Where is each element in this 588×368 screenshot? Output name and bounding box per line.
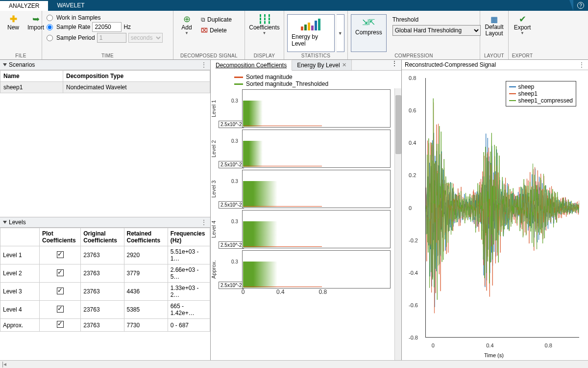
checkbox[interactable] bbox=[57, 321, 64, 328]
legend-swatch bbox=[234, 83, 243, 85]
import-icon: ➥ bbox=[31, 14, 41, 24]
time-options: Work in Samples Sample Rate Hz Sample Pe… bbox=[45, 12, 163, 43]
plot-legend: sheepsheep1sheep1_compressed bbox=[506, 81, 576, 106]
export-label: Export bbox=[514, 24, 531, 31]
app-tab-strip: ANALYZER WAVELET ? bbox=[0, 0, 588, 11]
tab-analyzer[interactable]: ANALYZER bbox=[0, 0, 48, 11]
add-label: Add bbox=[181, 24, 192, 31]
energy-label: Energy by Level bbox=[292, 33, 330, 47]
col-freq[interactable]: Frequencies (Hz) bbox=[168, 228, 210, 246]
scrollbar[interactable] bbox=[394, 88, 401, 360]
new-label: New bbox=[7, 24, 19, 31]
level-label: Level 3 bbox=[211, 170, 218, 208]
scenarios-table[interactable]: NameDecomposition Type sheep1Nondecimate… bbox=[0, 70, 210, 93]
opt-sample-rate[interactable]: Sample Rate Hz bbox=[45, 22, 163, 32]
svg-rect-3 bbox=[311, 26, 314, 30]
svg-rect-1 bbox=[304, 25, 307, 30]
new-button[interactable]: ✚ New bbox=[3, 12, 24, 33]
threshold-badge: 2.5x10^-2 bbox=[219, 161, 244, 168]
layout-label: Default Layout bbox=[485, 24, 503, 37]
col-decomp-type[interactable]: Decomposition Type bbox=[63, 71, 210, 82]
legend-swatch bbox=[509, 100, 516, 101]
waveform bbox=[426, 78, 579, 337]
export-button[interactable]: ✔ Export ▼ bbox=[512, 12, 533, 37]
group-stats-label: STATISTICS bbox=[287, 52, 344, 59]
opt-work-samples-label: Work in Samples bbox=[56, 14, 100, 21]
panel-menu-icon[interactable]: ⋮ bbox=[201, 219, 207, 226]
table-row[interactable]: Level 1 2376329205.51e+03 - 1… bbox=[0, 246, 210, 264]
rewind-icon[interactable]: |◂ bbox=[2, 361, 6, 368]
mini-chart[interactable]: Level 3 0.3 2.5x10^-2 bbox=[211, 169, 394, 209]
mini-chart[interactable]: Level 1 0.3 2.5x10^-2 bbox=[211, 88, 394, 129]
right-title: Reconstructed-Compressed Signal bbox=[405, 61, 496, 68]
col-name[interactable]: Name bbox=[0, 71, 63, 82]
legend2-label: Sorted magnitude_Thresholded bbox=[246, 80, 328, 87]
add-button[interactable]: ⊕ Add ▼ bbox=[176, 12, 197, 37]
delete-icon: ⌧ bbox=[201, 27, 208, 34]
col-orig[interactable]: Original Coefficients bbox=[81, 228, 124, 246]
threshold-badge: 2.5x10^-2 bbox=[219, 201, 244, 209]
threshold-select[interactable]: Global Hard Thresholding bbox=[392, 25, 481, 36]
threshold-badge: 2.5x10^-2 bbox=[219, 241, 244, 249]
mini-chart[interactable]: Approx. 0.3 2.5x10^-2 00.40.8 bbox=[211, 249, 394, 289]
delete-button[interactable]: ⌧Delete bbox=[199, 26, 234, 35]
collapse-icon[interactable] bbox=[3, 63, 7, 66]
duplicate-button[interactable]: ⧉Duplicate bbox=[199, 15, 234, 24]
table-row[interactable]: sheep1Nondecimated Wavelet bbox=[0, 82, 210, 93]
checkbox[interactable] bbox=[57, 288, 64, 294]
table-row[interactable]: Level 3 2376344361.33e+03 - 2… bbox=[0, 283, 210, 301]
coefficients-button[interactable]: ┇┇┇ Coefficients ▼ bbox=[248, 12, 281, 37]
coeff-charts-scroll[interactable]: Level 1 0.3 2.5x10^-2 Level 2 0.3 2.5x10… bbox=[211, 88, 401, 360]
table-row[interactable]: Level 4 237635385665 - 1.42e+… bbox=[0, 301, 210, 319]
checkbox[interactable] bbox=[57, 269, 64, 276]
opt-sample-period[interactable]: Sample Period seconds bbox=[45, 33, 163, 43]
tab-wavelet[interactable]: WAVELET bbox=[48, 0, 93, 11]
svg-rect-0 bbox=[301, 26, 303, 30]
bar-chart-icon bbox=[300, 18, 321, 31]
tab-decomp-coeff[interactable]: Decomposition Coefficients bbox=[211, 60, 292, 71]
panel-menu-icon[interactable]: ⋮ bbox=[201, 61, 207, 68]
checkbox[interactable] bbox=[57, 251, 64, 258]
mid-legend: Sorted magnitude Sorted magnitude_Thresh… bbox=[211, 71, 401, 88]
checkbox[interactable] bbox=[57, 306, 64, 313]
reconstructed-signal-plot[interactable]: sheepsheep1sheep1_compressed 0.80.60.40.… bbox=[405, 75, 583, 351]
chevron-down-icon: ▼ bbox=[185, 31, 189, 35]
collapse-icon[interactable] bbox=[3, 221, 7, 224]
energy-dropdown[interactable]: ▼ bbox=[337, 14, 345, 52]
sample-rate-field[interactable] bbox=[92, 22, 122, 32]
chevron-down-icon: ▼ bbox=[338, 31, 343, 36]
sample-period-field bbox=[97, 33, 126, 43]
levels-table[interactable]: Plot Coefficients Original Coefficients … bbox=[0, 228, 210, 332]
group-time-label: TIME bbox=[45, 52, 170, 59]
col-plot[interactable]: Plot Coefficients bbox=[40, 228, 81, 246]
coefficients-icon: ┇┇┇ bbox=[260, 14, 270, 24]
table-row[interactable]: Level 2 2376337792.66e+03 - 5… bbox=[0, 264, 210, 283]
layout-icon: ▦ bbox=[490, 14, 499, 24]
group-compression-label: COMPRESSION bbox=[351, 52, 477, 59]
scrollbar-thumb[interactable] bbox=[395, 95, 401, 154]
chevron-down-icon: ▼ bbox=[263, 31, 267, 35]
panel-menu-icon[interactable]: ⋮ bbox=[579, 61, 585, 68]
table-row[interactable]: Approx. 2376377300 - 687 bbox=[0, 319, 210, 332]
import-label: Import bbox=[27, 24, 44, 31]
default-layout-button[interactable]: ▦ Default Layout bbox=[483, 12, 505, 39]
help-button[interactable]: ? bbox=[573, 0, 588, 11]
panel-menu-icon[interactable]: ⋮ bbox=[388, 60, 401, 70]
right-panel-header: Reconstructed-Compressed Signal ⋮ bbox=[402, 60, 588, 70]
rate-unit-label: Hz bbox=[123, 24, 131, 30]
tab-energy-by-level[interactable]: Energy By Level✕ bbox=[292, 60, 351, 70]
threshold-label: Threshold bbox=[392, 16, 481, 23]
energy-by-level-button[interactable]: Energy by Level bbox=[287, 14, 335, 52]
mini-chart[interactable]: Level 2 0.3 2.5x10^-2 bbox=[211, 129, 394, 169]
close-icon[interactable]: ✕ bbox=[342, 62, 346, 68]
threshold-badge: 2.5x10^-2 bbox=[219, 282, 244, 289]
svg-rect-5 bbox=[318, 19, 320, 30]
opt-work-samples[interactable]: Work in Samples bbox=[45, 14, 163, 21]
cell-type: Nondecimated Wavelet bbox=[63, 82, 210, 93]
legend-swatch bbox=[509, 86, 516, 87]
mini-chart[interactable]: Level 4 0.3 2.5x10^-2 bbox=[211, 209, 394, 249]
compress-button[interactable]: ⇲⇱ Compress bbox=[351, 14, 387, 52]
period-unit-select: seconds bbox=[128, 33, 163, 43]
mid-tab-strip: Decomposition Coefficients Energy By Lev… bbox=[211, 60, 401, 71]
col-retained[interactable]: Retained Coefficients bbox=[124, 228, 168, 246]
